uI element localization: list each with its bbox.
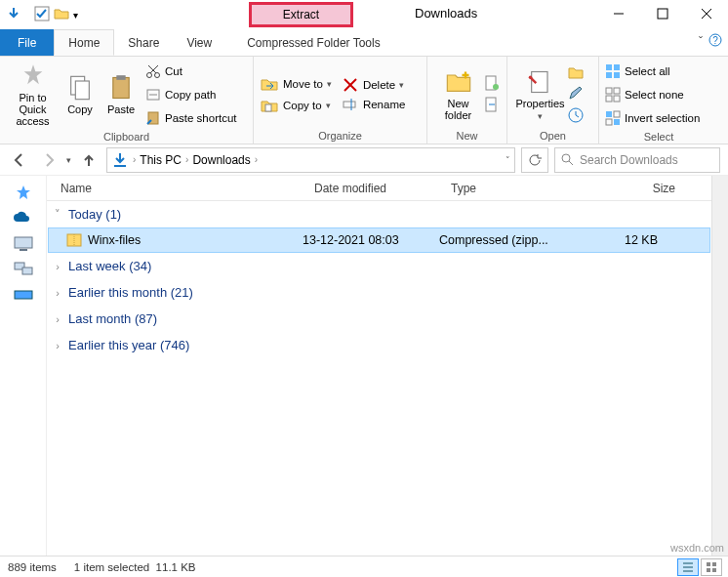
svg-rect-10 <box>116 75 125 80</box>
file-list: Name Date modified Type Size ˅Today (1) … <box>47 176 711 556</box>
down-arrow-icon[interactable] <box>6 6 21 24</box>
tab-view[interactable]: View <box>173 29 225 56</box>
quick-access-toolbar: ▾ <box>0 0 93 29</box>
select-all-button[interactable]: Select all <box>605 61 700 82</box>
crumb-dropdown-icon[interactable]: ˅ <box>506 155 510 165</box>
copyto-label: Copy to <box>283 100 322 111</box>
quick-access-icon[interactable] <box>13 184 34 201</box>
downloads-icon <box>111 151 129 169</box>
copy-to-button[interactable]: Copy to▾ <box>260 96 332 115</box>
group-label: Earlier this year (746) <box>68 338 189 352</box>
select-none-button[interactable]: Select none <box>605 84 700 105</box>
tab-home[interactable]: Home <box>54 29 114 56</box>
svg-line-14 <box>148 65 156 73</box>
file-row-selected[interactable]: Winx-files 13-12-2021 08:03 Compressed (… <box>48 227 710 253</box>
back-button[interactable] <box>8 151 31 169</box>
group-today[interactable]: ˅Today (1) <box>47 201 711 227</box>
col-date[interactable]: Date modified <box>314 182 451 195</box>
tab-compressed-tools[interactable]: Compressed Folder Tools <box>233 29 394 56</box>
history-icon[interactable] <box>567 106 585 126</box>
large-icons-view-button[interactable] <box>701 558 722 576</box>
navigation-pane[interactable] <box>0 176 47 556</box>
tab-share[interactable]: Share <box>114 29 173 56</box>
edit-icon[interactable] <box>567 85 585 104</box>
minimize-button[interactable] <box>596 0 640 27</box>
svg-point-24 <box>493 84 499 90</box>
svg-line-43 <box>569 161 573 165</box>
moveto-label: Move to <box>283 78 323 90</box>
paste-shortcut-button[interactable]: Paste shortcut <box>145 107 237 129</box>
group-lastweek[interactable]: ›Last week (34) <box>47 253 711 279</box>
col-size[interactable]: Size <box>597 182 675 195</box>
col-name[interactable]: Name <box>61 182 314 195</box>
content: Name Date modified Type Size ˅Today (1) … <box>0 176 728 556</box>
easy-access-icon[interactable] <box>483 96 501 115</box>
properties-label: Properties <box>515 98 564 109</box>
svg-rect-54 <box>707 562 710 566</box>
status-selected: 1 item selected <box>74 561 149 573</box>
ribbon: Pin to Quick access Copy Paste Cut Copy … <box>0 57 728 144</box>
qat-dropdown-icon[interactable]: ▾ <box>73 10 78 21</box>
svg-rect-38 <box>614 111 620 117</box>
address-bar: ▾ › This PC › Downloads › ˅ Search Downl… <box>0 144 728 176</box>
crumb-root[interactable]: This PC <box>140 153 182 167</box>
window-controls <box>596 0 728 27</box>
breadcrumb[interactable]: › This PC › Downloads › ˅ <box>106 147 515 173</box>
crumb-folder[interactable]: Downloads <box>192 153 250 167</box>
rename-button[interactable]: Rename <box>342 96 405 113</box>
collapse-ribbon-icon[interactable]: ˇ <box>699 35 703 49</box>
svg-rect-18 <box>265 104 271 111</box>
delete-button[interactable]: Delete▾ <box>342 76 405 94</box>
column-headers[interactable]: Name Date modified Type Size <box>47 176 711 201</box>
drive-icon[interactable] <box>13 285 34 303</box>
selectnone-label: Select none <box>625 89 684 101</box>
this-pc-icon[interactable] <box>13 234 34 252</box>
svg-rect-37 <box>606 111 612 117</box>
extract-contextual-tab[interactable]: Extract <box>249 2 353 27</box>
group-earlier-year[interactable]: ›Earlier this year (746) <box>47 332 711 358</box>
network-icon[interactable] <box>13 260 34 277</box>
cut-button[interactable]: Cut <box>145 61 237 82</box>
paste-button[interactable]: Paste <box>101 74 142 115</box>
search-input[interactable]: Search Downloads <box>554 147 720 173</box>
file-size: 12 KB <box>586 233 664 247</box>
tab-file[interactable]: File <box>0 29 54 56</box>
svg-line-13 <box>150 65 158 73</box>
vertical-scrollbar[interactable] <box>711 176 728 556</box>
copy-button[interactable]: Copy <box>60 74 101 115</box>
properties-button[interactable]: Properties▾ <box>513 68 567 121</box>
open-icon[interactable] <box>567 63 585 83</box>
svg-rect-45 <box>20 249 27 251</box>
newfolder-label: New folder <box>433 98 483 121</box>
pin-to-quick-access-button[interactable]: Pin to Quick access <box>6 62 60 127</box>
zip-icon <box>66 232 82 248</box>
svg-rect-31 <box>606 72 612 78</box>
cut-label: Cut <box>165 65 182 77</box>
help-icon[interactable]: ? <box>708 33 722 50</box>
move-to-button[interactable]: Move to▾ <box>260 74 332 94</box>
new-folder-button[interactable]: New folder <box>433 68 483 121</box>
new-item-icon[interactable] <box>483 74 501 94</box>
copy-path-button[interactable]: Copy path <box>145 84 237 105</box>
recent-dropdown-icon[interactable]: ▾ <box>66 155 71 165</box>
chevron-down-icon: ˅ <box>53 208 62 221</box>
checkbox-icon[interactable] <box>34 6 50 24</box>
up-button[interactable] <box>77 151 101 169</box>
refresh-button[interactable] <box>521 147 548 173</box>
search-placeholder: Search Downloads <box>580 153 678 167</box>
svg-point-27 <box>528 75 532 79</box>
details-view-button[interactable] <box>677 558 699 576</box>
close-button[interactable] <box>684 0 728 27</box>
onedrive-icon[interactable] <box>13 209 34 227</box>
svg-point-11 <box>147 73 152 78</box>
search-icon <box>561 153 574 166</box>
svg-rect-2 <box>658 9 667 19</box>
col-type[interactable]: Type <box>451 182 597 195</box>
forward-button[interactable] <box>37 151 61 169</box>
group-earlier-month[interactable]: ›Earlier this month (21) <box>47 279 711 306</box>
invert-selection-button[interactable]: Invert selection <box>605 107 700 129</box>
selectall-label: Select all <box>625 65 670 77</box>
group-last-month[interactable]: ›Last month (87) <box>47 306 711 332</box>
folder-icon[interactable] <box>54 6 69 24</box>
maximize-button[interactable] <box>640 0 684 27</box>
